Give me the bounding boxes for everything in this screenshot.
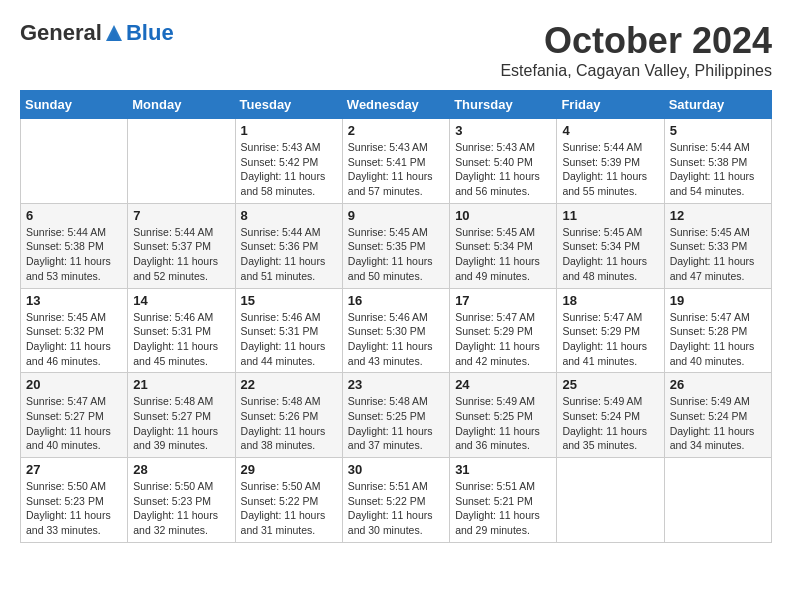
calendar-cell: 31Sunrise: 5:51 AMSunset: 5:21 PMDayligh… xyxy=(450,458,557,543)
calendar-cell: 2Sunrise: 5:43 AMSunset: 5:41 PMDaylight… xyxy=(342,119,449,204)
day-number: 25 xyxy=(562,377,658,392)
day-info: Sunrise: 5:50 AMSunset: 5:22 PMDaylight:… xyxy=(241,479,337,538)
day-info: Sunrise: 5:49 AMSunset: 5:24 PMDaylight:… xyxy=(562,394,658,453)
day-info: Sunrise: 5:47 AMSunset: 5:29 PMDaylight:… xyxy=(562,310,658,369)
day-info: Sunrise: 5:43 AMSunset: 5:41 PMDaylight:… xyxy=(348,140,444,199)
calendar-cell: 25Sunrise: 5:49 AMSunset: 5:24 PMDayligh… xyxy=(557,373,664,458)
calendar-cell: 22Sunrise: 5:48 AMSunset: 5:26 PMDayligh… xyxy=(235,373,342,458)
calendar-header-friday: Friday xyxy=(557,91,664,119)
calendar-cell: 18Sunrise: 5:47 AMSunset: 5:29 PMDayligh… xyxy=(557,288,664,373)
day-number: 31 xyxy=(455,462,551,477)
calendar-header-tuesday: Tuesday xyxy=(235,91,342,119)
calendar-cell xyxy=(21,119,128,204)
day-number: 21 xyxy=(133,377,229,392)
calendar-cell: 13Sunrise: 5:45 AMSunset: 5:32 PMDayligh… xyxy=(21,288,128,373)
day-number: 28 xyxy=(133,462,229,477)
day-info: Sunrise: 5:45 AMSunset: 5:34 PMDaylight:… xyxy=(562,225,658,284)
calendar-cell xyxy=(128,119,235,204)
calendar-cell: 20Sunrise: 5:47 AMSunset: 5:27 PMDayligh… xyxy=(21,373,128,458)
day-number: 5 xyxy=(670,123,766,138)
calendar-cell: 15Sunrise: 5:46 AMSunset: 5:31 PMDayligh… xyxy=(235,288,342,373)
calendar-cell: 28Sunrise: 5:50 AMSunset: 5:23 PMDayligh… xyxy=(128,458,235,543)
calendar-header-sunday: Sunday xyxy=(21,91,128,119)
day-number: 4 xyxy=(562,123,658,138)
calendar-cell: 19Sunrise: 5:47 AMSunset: 5:28 PMDayligh… xyxy=(664,288,771,373)
day-number: 18 xyxy=(562,293,658,308)
day-number: 8 xyxy=(241,208,337,223)
calendar-cell: 9Sunrise: 5:45 AMSunset: 5:35 PMDaylight… xyxy=(342,203,449,288)
day-info: Sunrise: 5:47 AMSunset: 5:27 PMDaylight:… xyxy=(26,394,122,453)
day-number: 14 xyxy=(133,293,229,308)
logo: General Blue xyxy=(20,20,174,46)
day-info: Sunrise: 5:47 AMSunset: 5:29 PMDaylight:… xyxy=(455,310,551,369)
calendar-cell: 3Sunrise: 5:43 AMSunset: 5:40 PMDaylight… xyxy=(450,119,557,204)
day-number: 6 xyxy=(26,208,122,223)
location-subtitle: Estefania, Cagayan Valley, Philippines xyxy=(500,62,772,80)
day-number: 15 xyxy=(241,293,337,308)
day-number: 10 xyxy=(455,208,551,223)
day-info: Sunrise: 5:49 AMSunset: 5:24 PMDaylight:… xyxy=(670,394,766,453)
day-number: 26 xyxy=(670,377,766,392)
day-info: Sunrise: 5:51 AMSunset: 5:22 PMDaylight:… xyxy=(348,479,444,538)
day-info: Sunrise: 5:44 AMSunset: 5:38 PMDaylight:… xyxy=(670,140,766,199)
calendar-cell: 10Sunrise: 5:45 AMSunset: 5:34 PMDayligh… xyxy=(450,203,557,288)
day-info: Sunrise: 5:45 AMSunset: 5:32 PMDaylight:… xyxy=(26,310,122,369)
calendar-header-row: SundayMondayTuesdayWednesdayThursdayFrid… xyxy=(21,91,772,119)
calendar-cell: 12Sunrise: 5:45 AMSunset: 5:33 PMDayligh… xyxy=(664,203,771,288)
day-info: Sunrise: 5:45 AMSunset: 5:33 PMDaylight:… xyxy=(670,225,766,284)
day-number: 24 xyxy=(455,377,551,392)
logo-general-text: General xyxy=(20,20,102,46)
day-info: Sunrise: 5:48 AMSunset: 5:25 PMDaylight:… xyxy=(348,394,444,453)
day-info: Sunrise: 5:44 AMSunset: 5:39 PMDaylight:… xyxy=(562,140,658,199)
calendar-cell xyxy=(664,458,771,543)
calendar-cell: 5Sunrise: 5:44 AMSunset: 5:38 PMDaylight… xyxy=(664,119,771,204)
day-number: 7 xyxy=(133,208,229,223)
calendar-week-row: 6Sunrise: 5:44 AMSunset: 5:38 PMDaylight… xyxy=(21,203,772,288)
day-info: Sunrise: 5:46 AMSunset: 5:31 PMDaylight:… xyxy=(241,310,337,369)
title-section: October 2024 Estefania, Cagayan Valley, … xyxy=(500,20,772,80)
day-number: 11 xyxy=(562,208,658,223)
day-info: Sunrise: 5:50 AMSunset: 5:23 PMDaylight:… xyxy=(133,479,229,538)
calendar-cell: 8Sunrise: 5:44 AMSunset: 5:36 PMDaylight… xyxy=(235,203,342,288)
calendar-cell: 30Sunrise: 5:51 AMSunset: 5:22 PMDayligh… xyxy=(342,458,449,543)
calendar-cell: 29Sunrise: 5:50 AMSunset: 5:22 PMDayligh… xyxy=(235,458,342,543)
calendar-header-wednesday: Wednesday xyxy=(342,91,449,119)
calendar-cell: 4Sunrise: 5:44 AMSunset: 5:39 PMDaylight… xyxy=(557,119,664,204)
logo-icon xyxy=(104,23,124,43)
calendar-week-row: 13Sunrise: 5:45 AMSunset: 5:32 PMDayligh… xyxy=(21,288,772,373)
calendar-header-saturday: Saturday xyxy=(664,91,771,119)
calendar-cell: 23Sunrise: 5:48 AMSunset: 5:25 PMDayligh… xyxy=(342,373,449,458)
page-header: General Blue October 2024 Estefania, Cag… xyxy=(20,20,772,80)
calendar-cell: 17Sunrise: 5:47 AMSunset: 5:29 PMDayligh… xyxy=(450,288,557,373)
day-number: 13 xyxy=(26,293,122,308)
calendar-week-row: 27Sunrise: 5:50 AMSunset: 5:23 PMDayligh… xyxy=(21,458,772,543)
day-info: Sunrise: 5:43 AMSunset: 5:40 PMDaylight:… xyxy=(455,140,551,199)
day-number: 27 xyxy=(26,462,122,477)
day-number: 19 xyxy=(670,293,766,308)
day-number: 23 xyxy=(348,377,444,392)
day-info: Sunrise: 5:48 AMSunset: 5:27 PMDaylight:… xyxy=(133,394,229,453)
logo-blue-text: Blue xyxy=(126,20,174,46)
day-info: Sunrise: 5:51 AMSunset: 5:21 PMDaylight:… xyxy=(455,479,551,538)
day-number: 9 xyxy=(348,208,444,223)
calendar-table: SundayMondayTuesdayWednesdayThursdayFrid… xyxy=(20,90,772,543)
calendar-cell: 11Sunrise: 5:45 AMSunset: 5:34 PMDayligh… xyxy=(557,203,664,288)
calendar-header-thursday: Thursday xyxy=(450,91,557,119)
calendar-week-row: 1Sunrise: 5:43 AMSunset: 5:42 PMDaylight… xyxy=(21,119,772,204)
day-number: 1 xyxy=(241,123,337,138)
month-title: October 2024 xyxy=(500,20,772,62)
calendar-cell: 6Sunrise: 5:44 AMSunset: 5:38 PMDaylight… xyxy=(21,203,128,288)
day-info: Sunrise: 5:46 AMSunset: 5:31 PMDaylight:… xyxy=(133,310,229,369)
day-number: 22 xyxy=(241,377,337,392)
day-number: 29 xyxy=(241,462,337,477)
day-info: Sunrise: 5:43 AMSunset: 5:42 PMDaylight:… xyxy=(241,140,337,199)
day-info: Sunrise: 5:45 AMSunset: 5:34 PMDaylight:… xyxy=(455,225,551,284)
calendar-week-row: 20Sunrise: 5:47 AMSunset: 5:27 PMDayligh… xyxy=(21,373,772,458)
calendar-cell xyxy=(557,458,664,543)
day-number: 2 xyxy=(348,123,444,138)
day-number: 3 xyxy=(455,123,551,138)
day-number: 30 xyxy=(348,462,444,477)
day-number: 12 xyxy=(670,208,766,223)
day-info: Sunrise: 5:47 AMSunset: 5:28 PMDaylight:… xyxy=(670,310,766,369)
day-number: 20 xyxy=(26,377,122,392)
